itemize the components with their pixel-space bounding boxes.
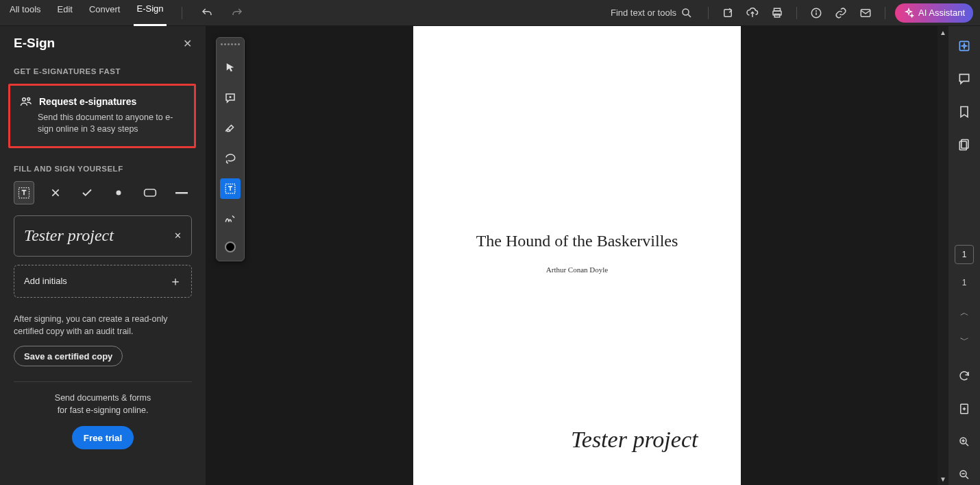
generative-icon[interactable]	[954, 36, 975, 56]
pages-icon[interactable]	[954, 134, 975, 155]
separator	[885, 7, 885, 19]
request-title: Request e-signatures	[39, 96, 136, 107]
mail-icon[interactable]	[856, 3, 875, 23]
lasso-icon[interactable]	[220, 148, 241, 169]
draw-icon[interactable]	[220, 118, 241, 139]
doc-title: The Hound of the Baskervilles	[413, 232, 741, 250]
vertical-scrollbar[interactable]: ▲ ▼	[938, 26, 948, 485]
chevron-down-icon[interactable]: ﹀	[955, 333, 973, 348]
certified-copy-hint: After signing, you can create a read-onl…	[14, 313, 192, 338]
free-trial-button[interactable]: Free trial	[72, 426, 134, 449]
svg-rect-1	[724, 9, 732, 16]
dot-mark[interactable]	[108, 181, 129, 204]
redo-icon[interactable]	[228, 3, 247, 23]
scroll-track[interactable]	[938, 38, 948, 473]
document-page[interactable]: The Hound of the Baskervilles Arthur Con…	[413, 26, 741, 485]
topbar-right: Find text or tools AI Assistant	[611, 3, 973, 23]
chevron-up-icon[interactable]: ︿	[955, 305, 973, 320]
section-get-signatures: GET E-SIGNATURES FAST	[14, 67, 192, 75]
svg-point-6	[816, 10, 817, 11]
close-icon[interactable]: ✕	[183, 37, 192, 50]
panel-title: E-Sign	[14, 36, 55, 51]
doc-author: Arthur Conan Doyle	[413, 265, 741, 274]
section-fill-sign: FILL AND SIGN YOURSELF	[14, 165, 192, 173]
link-icon[interactable]	[831, 3, 850, 23]
scroll-down-icon[interactable]: ▼	[938, 473, 948, 485]
tab-all-tools[interactable]: All tools	[7, 0, 44, 26]
search-icon	[681, 7, 693, 19]
comments-icon[interactable]	[954, 69, 975, 89]
fit-icon[interactable]	[954, 399, 975, 419]
pointer-icon[interactable]	[220, 58, 241, 78]
search-group[interactable]: Find text or tools	[611, 7, 693, 19]
tab-edit[interactable]: Edit	[55, 0, 75, 26]
comment-icon[interactable]	[220, 88, 241, 108]
divider	[14, 381, 192, 382]
add-initials-box[interactable]: Add initials ＋	[14, 265, 192, 298]
svg-point-0	[683, 9, 689, 15]
fill-sign-tools	[14, 181, 192, 204]
separator	[796, 7, 797, 19]
add-initials-label: Add initials	[24, 276, 67, 286]
svg-point-11	[117, 190, 121, 195]
tool-dock[interactable]	[216, 37, 245, 261]
right-rail: 1 1 ︿ ﹀	[948, 26, 980, 485]
undo-icon[interactable]	[197, 3, 217, 23]
separator	[708, 7, 709, 19]
send-docs-text: Send documents & formsfor fast e-signing…	[14, 392, 192, 416]
x-mark[interactable]	[45, 181, 66, 204]
info-icon[interactable]	[807, 3, 826, 23]
zoom-in-icon[interactable]	[954, 431, 975, 452]
request-esignatures-card[interactable]: Request e-signatures Send this document …	[8, 84, 196, 148]
tab-convert[interactable]: Convert	[86, 0, 123, 26]
export-icon[interactable]	[718, 3, 737, 23]
plus-icon: ＋	[169, 273, 182, 289]
signature-icon[interactable]	[220, 209, 241, 229]
svg-point-9	[27, 97, 30, 100]
cloud-icon[interactable]	[743, 3, 762, 23]
remove-signature-icon[interactable]: ✕	[174, 230, 182, 241]
text-tool[interactable]	[14, 181, 34, 204]
check-mark[interactable]	[77, 181, 97, 204]
refresh-icon[interactable]	[954, 366, 975, 386]
dash-mark[interactable]	[171, 181, 192, 204]
scroll-up-icon[interactable]: ▲	[938, 26, 948, 38]
signature-box[interactable]: Tester project ✕	[14, 215, 192, 257]
ai-assistant-label: AI Assistant	[918, 8, 965, 18]
textbox-icon[interactable]	[220, 178, 241, 199]
save-certified-button[interactable]: Save a certified copy	[14, 346, 123, 366]
document-area: The Hound of the Baskervilles Arthur Con…	[206, 26, 948, 485]
page-current[interactable]: 1	[955, 245, 974, 264]
color-swatch[interactable]	[225, 241, 236, 252]
people-icon	[20, 95, 32, 108]
zoom-out-icon[interactable]	[954, 464, 975, 485]
esign-panel: E-Sign ✕ GET E-SIGNATURES FAST Request e…	[0, 26, 206, 485]
doc-signature[interactable]: Tester project	[571, 427, 698, 453]
ai-assistant-button[interactable]: AI Assistant	[895, 3, 973, 23]
signature-preview: Tester project	[24, 226, 114, 245]
svg-point-8	[23, 98, 26, 102]
request-description: Send this document to anyone to e-sign o…	[38, 112, 184, 135]
separator	[182, 7, 182, 19]
page-total: 1	[962, 278, 967, 287]
ai-spark-icon	[903, 8, 914, 19]
roundrect-mark[interactable]	[140, 181, 160, 204]
bookmark-icon[interactable]	[954, 102, 975, 122]
topbar: All tools Edit Convert E-Sign Find text …	[0, 0, 980, 26]
tab-esign[interactable]: E-Sign	[134, 0, 166, 26]
print-icon[interactable]	[768, 3, 787, 23]
svg-rect-13	[175, 192, 188, 194]
svg-rect-12	[145, 189, 156, 196]
search-label: Find text or tools	[611, 8, 676, 18]
dock-drag-handle[interactable]	[221, 43, 240, 45]
topbar-tabs: All tools Edit Convert E-Sign	[7, 0, 247, 26]
